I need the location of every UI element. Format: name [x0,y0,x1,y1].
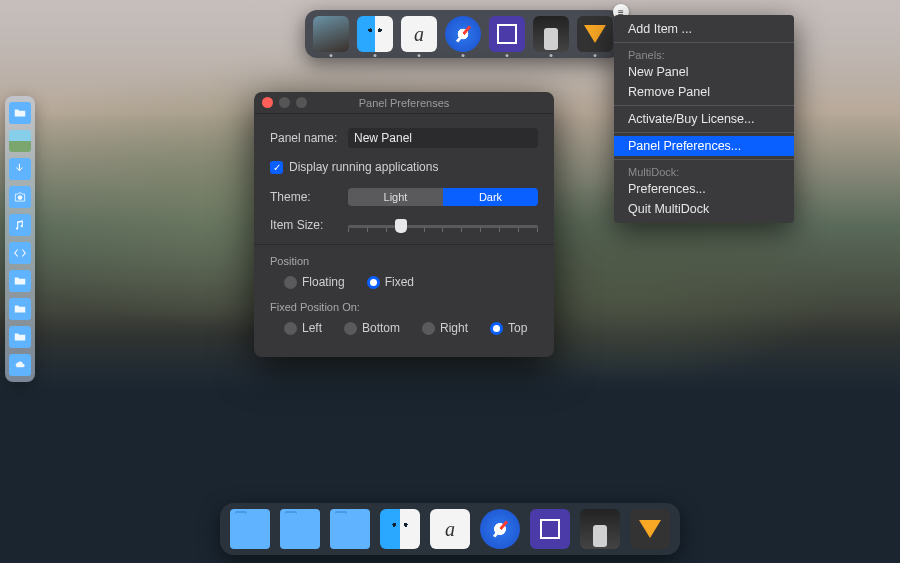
fixed-position-header: Fixed Position On: [270,301,538,313]
menu-quit[interactable]: Quit MultiDock [614,199,794,219]
theme-dark-segment[interactable]: Dark [443,188,538,206]
panel-preferences-window: Panel Preferenses Panel name: ✓ Display … [254,92,554,357]
automator-icon[interactable] [580,509,620,549]
position-floating-label: Floating [302,275,345,289]
safari-icon[interactable] [445,16,481,52]
menu-panel-preferences[interactable]: Panel Preferences... [614,136,794,156]
slider-knob[interactable] [395,219,407,233]
left-dock-folder-icon[interactable] [9,270,31,292]
left-dock-cloud-icon[interactable] [9,354,31,376]
window-titlebar[interactable]: Panel Preferenses [254,92,554,114]
fixedpos-right-label: Right [440,321,468,335]
sketch-icon[interactable] [630,509,670,549]
fixedpos-bottom-radio[interactable] [344,322,357,335]
finder-icon[interactable] [357,16,393,52]
bottom-dock-panel[interactable]: a [220,503,680,555]
position-header: Position [270,255,538,267]
folder-icon[interactable] [280,509,320,549]
display-running-label: Display running applications [289,160,438,174]
menu-separator [614,105,794,106]
panel-context-menu: Add Item ... Panels: New Panel Remove Pa… [614,15,794,223]
panel-name-label: Panel name: [270,131,348,145]
menu-separator [614,42,794,43]
item-size-label: Item Size: [270,218,348,232]
fixedpos-left-radio[interactable] [284,322,297,335]
window-title: Panel Preferenses [359,97,450,109]
position-floating-radio[interactable] [284,276,297,289]
window-zoom-button[interactable] [296,97,307,108]
svg-point-0 [18,195,23,200]
menu-activate-license[interactable]: Activate/Buy License... [614,109,794,129]
top-dock-panel[interactable]: a ≡ [305,10,621,58]
automator-icon[interactable] [533,16,569,52]
mission-control-icon[interactable] [530,509,570,549]
mission-control-icon[interactable] [489,16,525,52]
menu-add-item[interactable]: Add Item ... [614,19,794,39]
menu-remove-panel[interactable]: Remove Panel [614,82,794,102]
desktop-preview-icon[interactable] [313,16,349,52]
item-size-slider[interactable] [348,219,538,232]
left-dock-camera-icon[interactable] [9,186,31,208]
theme-light-segment[interactable]: Light [348,188,443,206]
folder-icon[interactable] [230,509,270,549]
menu-new-panel[interactable]: New Panel [614,62,794,82]
window-minimize-button[interactable] [279,97,290,108]
position-fixed-radio[interactable] [367,276,380,289]
panel-name-input[interactable] [348,128,538,148]
menu-panels-header: Panels: [614,46,794,62]
window-close-button[interactable] [262,97,273,108]
menu-multidock-header: MultiDock: [614,163,794,179]
theme-label: Theme: [270,190,348,204]
fontbook-icon[interactable]: a [430,509,470,549]
left-dock-code-icon[interactable] [9,242,31,264]
sketch-icon[interactable] [577,16,613,52]
menu-separator [614,159,794,160]
position-fixed-label: Fixed [385,275,414,289]
fixedpos-bottom-label: Bottom [362,321,400,335]
fixedpos-top-radio[interactable] [490,322,503,335]
left-dock-music-icon[interactable] [9,214,31,236]
fixedpos-left-label: Left [302,321,322,335]
theme-segmented-control[interactable]: Light Dark [348,188,538,206]
fixedpos-top-label: Top [508,321,527,335]
left-dock-folder-icon[interactable] [9,326,31,348]
fontbook-icon[interactable]: a [401,16,437,52]
menu-preferences[interactable]: Preferences... [614,179,794,199]
display-running-checkbox[interactable]: ✓ [270,161,283,174]
left-dock-panel[interactable] [5,96,35,382]
left-dock-folder-icon[interactable] [9,102,31,124]
finder-icon[interactable] [380,509,420,549]
left-dock-download-icon[interactable] [9,158,31,180]
folder-icon[interactable] [330,509,370,549]
safari-icon[interactable] [480,509,520,549]
left-dock-photo-icon[interactable] [9,130,31,152]
left-dock-folder-icon[interactable] [9,298,31,320]
fixedpos-right-radio[interactable] [422,322,435,335]
menu-separator [614,132,794,133]
